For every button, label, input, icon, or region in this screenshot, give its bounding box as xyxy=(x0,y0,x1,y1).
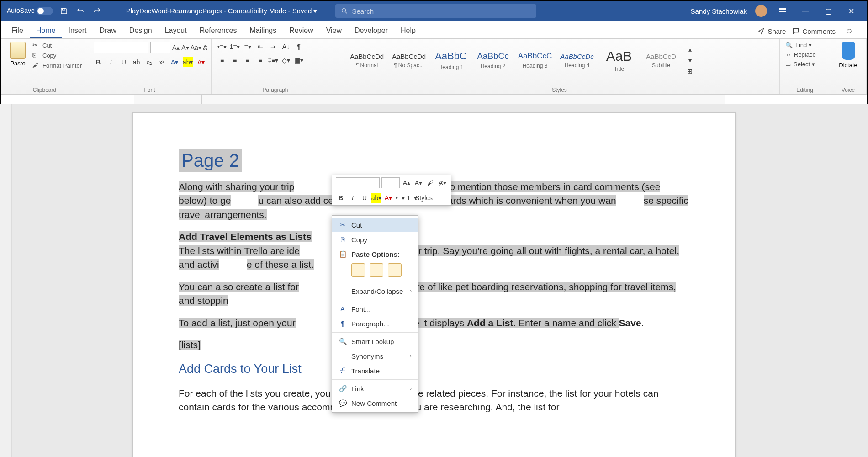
tab-design[interactable]: Design xyxy=(123,23,159,38)
tab-references[interactable]: References xyxy=(193,23,243,38)
page[interactable]: Page 2 Along with sharing your tripo men… xyxy=(132,112,736,457)
share-button[interactable]: Share xyxy=(757,27,786,35)
decrease-font-icon[interactable]: A▾ xyxy=(181,43,189,53)
font-size-combo[interactable] xyxy=(150,42,170,53)
mini-increase-font-icon[interactable]: A▴ xyxy=(402,178,412,188)
smiley-icon[interactable]: ☺ xyxy=(842,24,857,38)
maximize-icon[interactable]: ▢ xyxy=(821,4,836,18)
cm-paragraph[interactable]: ¶Paragraph... xyxy=(332,316,418,331)
tab-mailings[interactable]: Mailings xyxy=(243,23,283,38)
font-color-icon[interactable]: A▾ xyxy=(196,57,206,67)
line-spacing-icon[interactable]: ‡≡▾ xyxy=(268,55,278,65)
mini-underline-button[interactable]: U xyxy=(360,193,370,203)
highlight-icon[interactable]: ab▾ xyxy=(183,57,193,67)
subscript-button[interactable]: x₂ xyxy=(145,57,154,67)
replace-button[interactable]: ↔Replace xyxy=(785,51,824,58)
shading-icon[interactable]: ◇▾ xyxy=(281,55,291,65)
format-painter-button[interactable]: 🖌Format Painter xyxy=(32,62,82,69)
bold-button[interactable]: B xyxy=(94,57,103,67)
style-heading3[interactable]: AaBbCcCHeading 3 xyxy=(515,43,555,77)
mini-bullets-icon[interactable]: •≡▾ xyxy=(395,193,405,203)
strike-button[interactable]: ab xyxy=(132,57,141,67)
tab-insert[interactable]: Insert xyxy=(62,23,93,38)
cm-new-comment[interactable]: 💬New Comment xyxy=(332,396,418,410)
style-heading2[interactable]: AaBbCcHeading 2 xyxy=(473,43,513,77)
paste-merge-icon[interactable] xyxy=(370,263,383,277)
close-icon[interactable]: ✕ xyxy=(844,4,858,18)
cm-smart-lookup[interactable]: 🔍Smart Lookup xyxy=(332,334,418,349)
cm-translate[interactable]: 🗪Translate xyxy=(332,363,418,378)
tab-layout[interactable]: Layout xyxy=(159,23,193,38)
navigation-strip[interactable] xyxy=(0,104,12,457)
align-right-icon[interactable]: ≡ xyxy=(243,55,253,65)
style-heading4[interactable]: AaBbCcDcHeading 4 xyxy=(557,43,597,77)
italic-button[interactable]: I xyxy=(106,57,116,67)
tab-help[interactable]: Help xyxy=(394,23,422,38)
tab-draw[interactable]: Draw xyxy=(93,23,122,38)
paste-text-only-icon[interactable] xyxy=(388,263,402,277)
numbering-icon[interactable]: 1≡▾ xyxy=(230,42,240,52)
minimize-icon[interactable]: — xyxy=(798,4,813,18)
cm-link[interactable]: 🔗Link› xyxy=(332,381,418,396)
mini-format-painter-icon[interactable]: 🖌 xyxy=(425,178,435,188)
cm-cut[interactable]: ✂Cut xyxy=(332,218,418,232)
text-effects-icon[interactable]: A▾ xyxy=(170,57,179,67)
tab-file[interactable]: File xyxy=(5,23,30,38)
ribbon-options-icon[interactable] xyxy=(775,4,790,18)
styles-more-icon[interactable]: ⊞ xyxy=(685,66,695,76)
mini-bold-button[interactable]: B xyxy=(336,193,346,203)
justify-icon[interactable]: ≡ xyxy=(255,55,265,65)
tab-review[interactable]: Review xyxy=(283,23,319,38)
mini-size-combo[interactable] xyxy=(381,177,400,188)
superscript-button[interactable]: x² xyxy=(157,57,166,67)
style-normal[interactable]: AaBbCcDd¶ Normal xyxy=(347,43,387,77)
styles-down-icon[interactable]: ▾ xyxy=(685,55,695,65)
comments-button[interactable]: Comments xyxy=(792,27,836,35)
decrease-indent-icon[interactable]: ⇤ xyxy=(255,42,265,52)
copy-button[interactable]: ⎘Copy xyxy=(32,52,82,59)
bullets-icon[interactable]: •≡▾ xyxy=(217,42,227,52)
multilevel-icon[interactable]: ≡▾ xyxy=(243,42,253,52)
clear-format-icon[interactable]: A̷ xyxy=(203,43,207,53)
mini-font-combo[interactable] xyxy=(336,177,380,188)
increase-indent-icon[interactable]: ⇥ xyxy=(268,42,278,52)
avatar[interactable] xyxy=(755,5,767,17)
tab-home[interactable]: Home xyxy=(30,23,62,38)
styles-gallery[interactable]: AaBbCcDd¶ Normal AaBbCcDd¶ No Spac... Aa… xyxy=(345,42,774,79)
dictate-button[interactable]: Dictate xyxy=(836,42,861,69)
cm-synonyms[interactable]: Synonyms› xyxy=(332,349,418,363)
borders-icon[interactable]: ▦▾ xyxy=(294,55,304,65)
align-left-icon[interactable]: ≡ xyxy=(217,55,227,65)
increase-font-icon[interactable]: A▴ xyxy=(172,43,180,53)
mini-clear-icon[interactable]: A̷▾ xyxy=(437,178,447,188)
user-name[interactable]: Sandy Stachowiak xyxy=(691,7,747,15)
style-no-spacing[interactable]: AaBbCcDd¶ No Spac... xyxy=(389,43,429,77)
cm-copy[interactable]: ⎘Copy xyxy=(332,232,418,247)
style-title[interactable]: AaBTitle xyxy=(599,43,639,77)
find-button[interactable]: 🔍Find ▾ xyxy=(785,42,824,48)
redo-icon[interactable] xyxy=(91,5,102,16)
cut-button[interactable]: ✂Cut xyxy=(32,42,82,49)
change-case-icon[interactable]: Aa▾ xyxy=(191,43,201,53)
select-button[interactable]: ▭Select ▾ xyxy=(785,61,824,68)
font-family-combo[interactable] xyxy=(94,42,148,53)
paste-keep-source-icon[interactable] xyxy=(351,263,365,277)
mini-styles-button[interactable]: Styles xyxy=(419,193,429,203)
sort-icon[interactable]: A↓ xyxy=(281,42,291,52)
mini-font-color-icon[interactable]: A▾ xyxy=(383,193,393,203)
style-subtitle[interactable]: AaBbCcDSubtitle xyxy=(641,43,681,77)
align-center-icon[interactable]: ≡ xyxy=(230,55,240,65)
mini-highlight-icon[interactable]: ab▾ xyxy=(371,193,381,203)
undo-icon[interactable] xyxy=(75,5,86,16)
mini-italic-button[interactable]: I xyxy=(348,193,358,203)
tab-view[interactable]: View xyxy=(320,23,348,38)
cm-font[interactable]: AFont... xyxy=(332,302,418,316)
autosave-toggle[interactable] xyxy=(37,7,53,15)
mini-decrease-font-icon[interactable]: A▾ xyxy=(413,178,423,188)
show-marks-icon[interactable]: ¶ xyxy=(294,42,304,52)
save-icon[interactable] xyxy=(58,5,69,16)
styles-up-icon[interactable]: ▴ xyxy=(685,44,695,54)
style-heading1[interactable]: AaBbCHeading 1 xyxy=(431,43,471,77)
search-input[interactable]: Search xyxy=(335,4,536,18)
underline-button[interactable]: U xyxy=(119,57,128,67)
